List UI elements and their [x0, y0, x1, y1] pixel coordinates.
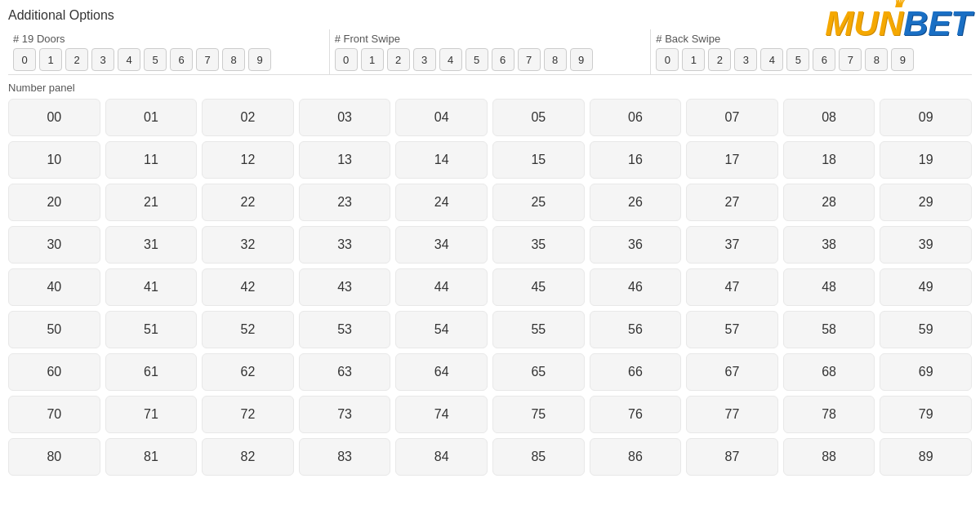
- number-cell-85[interactable]: 85: [492, 438, 585, 476]
- number-cell-32[interactable]: 32: [202, 226, 294, 264]
- digit-btn-doors-5[interactable]: 5: [144, 48, 167, 71]
- number-cell-21[interactable]: 21: [105, 184, 198, 221]
- digit-btn-doors-0[interactable]: 0: [13, 48, 36, 71]
- number-cell-57[interactable]: 57: [686, 311, 778, 348]
- number-cell-18[interactable]: 18: [783, 141, 875, 179]
- number-cell-76[interactable]: 76: [590, 396, 682, 433]
- digit-btn-doors-3[interactable]: 3: [91, 48, 114, 71]
- digit-btn-front-swipe-6[interactable]: 6: [492, 48, 514, 71]
- number-cell-19[interactable]: 19: [880, 141, 972, 179]
- digit-btn-back-swipe-9[interactable]: 9: [891, 48, 914, 71]
- number-cell-35[interactable]: 35: [492, 226, 585, 264]
- digit-btn-back-swipe-6[interactable]: 6: [813, 48, 835, 71]
- number-cell-60[interactable]: 60: [8, 353, 100, 391]
- number-cell-00[interactable]: 00: [8, 99, 100, 136]
- digit-btn-back-swipe-4[interactable]: 4: [760, 48, 783, 71]
- number-cell-63[interactable]: 63: [299, 353, 391, 391]
- number-cell-49[interactable]: 49: [880, 268, 972, 306]
- digit-btn-back-swipe-3[interactable]: 3: [734, 48, 757, 71]
- number-cell-02[interactable]: 02: [202, 99, 294, 136]
- number-cell-42[interactable]: 42: [202, 268, 294, 306]
- number-cell-34[interactable]: 34: [395, 226, 488, 264]
- number-cell-73[interactable]: 73: [299, 396, 391, 433]
- number-cell-22[interactable]: 22: [202, 184, 294, 221]
- number-cell-37[interactable]: 37: [686, 226, 778, 264]
- number-cell-89[interactable]: 89: [880, 438, 972, 476]
- number-cell-87[interactable]: 87: [686, 438, 778, 476]
- number-cell-51[interactable]: 51: [105, 311, 198, 348]
- number-cell-52[interactable]: 52: [202, 311, 294, 348]
- number-cell-40[interactable]: 40: [8, 268, 100, 306]
- digit-btn-front-swipe-3[interactable]: 3: [413, 48, 436, 71]
- number-cell-30[interactable]: 30: [8, 226, 100, 264]
- number-cell-33[interactable]: 33: [299, 226, 391, 264]
- number-cell-17[interactable]: 17: [686, 141, 778, 179]
- number-cell-46[interactable]: 46: [590, 268, 682, 306]
- number-cell-07[interactable]: 07: [686, 99, 778, 136]
- digit-btn-front-swipe-2[interactable]: 2: [387, 48, 410, 71]
- digit-btn-doors-6[interactable]: 6: [170, 48, 193, 71]
- number-cell-09[interactable]: 09: [880, 99, 972, 136]
- number-cell-23[interactable]: 23: [299, 184, 391, 221]
- number-cell-13[interactable]: 13: [299, 141, 391, 179]
- number-cell-64[interactable]: 64: [395, 353, 488, 391]
- number-cell-16[interactable]: 16: [590, 141, 682, 179]
- number-cell-03[interactable]: 03: [299, 99, 391, 136]
- number-cell-06[interactable]: 06: [590, 99, 682, 136]
- number-cell-67[interactable]: 67: [686, 353, 778, 391]
- number-cell-54[interactable]: 54: [395, 311, 488, 348]
- digit-btn-front-swipe-8[interactable]: 8: [544, 48, 567, 71]
- number-cell-01[interactable]: 01: [105, 99, 198, 136]
- number-cell-68[interactable]: 68: [783, 353, 875, 391]
- number-cell-79[interactable]: 79: [880, 396, 972, 433]
- number-cell-36[interactable]: 36: [590, 226, 682, 264]
- number-cell-28[interactable]: 28: [783, 184, 875, 221]
- digit-btn-front-swipe-1[interactable]: 1: [361, 48, 384, 71]
- number-cell-70[interactable]: 70: [8, 396, 100, 433]
- digit-btn-doors-9[interactable]: 9: [248, 48, 271, 71]
- digit-btn-back-swipe-7[interactable]: 7: [839, 48, 862, 71]
- digit-btn-doors-2[interactable]: 2: [65, 48, 88, 71]
- number-cell-47[interactable]: 47: [686, 268, 778, 306]
- digit-btn-doors-4[interactable]: 4: [118, 48, 140, 71]
- number-cell-12[interactable]: 12: [202, 141, 294, 179]
- number-cell-45[interactable]: 45: [492, 268, 585, 306]
- number-cell-48[interactable]: 48: [783, 268, 875, 306]
- number-cell-39[interactable]: 39: [880, 226, 972, 264]
- number-cell-27[interactable]: 27: [686, 184, 778, 221]
- digit-btn-front-swipe-7[interactable]: 7: [518, 48, 541, 71]
- number-cell-24[interactable]: 24: [395, 184, 488, 221]
- number-cell-58[interactable]: 58: [783, 311, 875, 348]
- number-cell-55[interactable]: 55: [492, 311, 585, 348]
- number-cell-11[interactable]: 11: [105, 141, 198, 179]
- number-cell-53[interactable]: 53: [299, 311, 391, 348]
- number-cell-80[interactable]: 80: [8, 438, 100, 476]
- digit-btn-front-swipe-5[interactable]: 5: [466, 48, 488, 71]
- number-cell-72[interactable]: 72: [202, 396, 294, 433]
- number-cell-83[interactable]: 83: [299, 438, 391, 476]
- number-cell-86[interactable]: 86: [590, 438, 682, 476]
- digit-btn-back-swipe-0[interactable]: 0: [656, 48, 679, 71]
- number-cell-08[interactable]: 08: [783, 99, 875, 136]
- number-cell-62[interactable]: 62: [202, 353, 294, 391]
- number-cell-43[interactable]: 43: [299, 268, 391, 306]
- digit-btn-front-swipe-9[interactable]: 9: [570, 48, 593, 71]
- number-cell-56[interactable]: 56: [590, 311, 682, 348]
- number-cell-38[interactable]: 38: [783, 226, 875, 264]
- number-cell-78[interactable]: 78: [783, 396, 875, 433]
- number-cell-71[interactable]: 71: [105, 396, 198, 433]
- number-cell-20[interactable]: 20: [8, 184, 100, 221]
- number-cell-77[interactable]: 77: [686, 396, 778, 433]
- number-cell-82[interactable]: 82: [202, 438, 294, 476]
- number-cell-81[interactable]: 81: [105, 438, 198, 476]
- number-cell-04[interactable]: 04: [395, 99, 488, 136]
- number-cell-31[interactable]: 31: [105, 226, 198, 264]
- number-cell-41[interactable]: 41: [105, 268, 198, 306]
- digit-btn-doors-8[interactable]: 8: [222, 48, 245, 71]
- number-cell-15[interactable]: 15: [492, 141, 585, 179]
- number-cell-65[interactable]: 65: [492, 353, 585, 391]
- digit-btn-doors-7[interactable]: 7: [196, 48, 219, 71]
- number-cell-26[interactable]: 26: [590, 184, 682, 221]
- number-cell-14[interactable]: 14: [395, 141, 488, 179]
- number-cell-25[interactable]: 25: [492, 184, 585, 221]
